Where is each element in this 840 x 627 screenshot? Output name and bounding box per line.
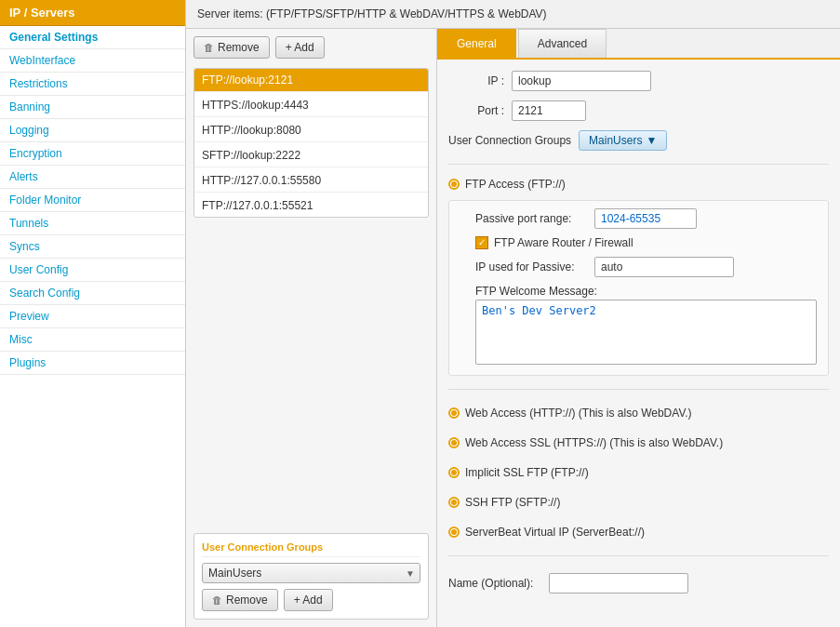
name-optional-input[interactable] [549,573,688,594]
sidebar-item-restrictions[interactable]: Restrictions [0,73,185,96]
checkbox-check-icon: ✓ [478,238,486,247]
ucg-badge-button[interactable]: MainUsers ▼ [579,130,667,151]
ip-passive-row: IP used for Passive: [460,257,817,277]
divider-1 [448,164,829,165]
ftp-section: Passive port range: ✓ FTP Aware Router /… [448,200,829,376]
implicit-ssl-section: Implicit SSL FTP (FTP://) [448,462,829,483]
serverbeat-label: ServerBeat Virtual IP (ServerBeat://) [465,526,645,539]
port-row: Port : [448,100,829,121]
implicit-ssl-radio[interactable] [448,467,460,478]
ucg-remove-label: Remove [226,594,268,607]
port-label: Port : [448,104,504,117]
passive-port-label: Passive port range: [475,212,587,225]
ucg-remove-icon: 🗑 [212,594,222,606]
ftp-access-header: FTP Access (FTP://) [448,178,829,191]
divider-2 [448,389,829,390]
remove-icon: 🗑 [204,42,214,53]
server-list-item-5[interactable]: FTP://127.0.0.1:55521 [194,194,428,217]
add-server-button[interactable]: + Add [275,36,325,59]
serverbeat-radio[interactable] [448,527,460,538]
sidebar-header: IP / Servers [0,0,185,26]
ftp-welcome-textarea[interactable] [475,300,817,365]
web-access-label: Web Access (HTTP://) (This is also WebDA… [465,407,692,420]
sidebar-item-user-config[interactable]: User Config [0,259,185,282]
web-access-ssl-radio[interactable] [448,437,460,448]
general-tab-content: IP : Port : User Connection Groups Mai [437,60,840,608]
tabs-header: General Advanced [437,29,840,60]
sidebar-item-webinterface[interactable]: WebInterface [0,49,185,73]
server-list-item-1[interactable]: HTTPS://lookup:4443 [194,94,428,117]
name-optional-label: Name (Optional): [448,577,541,590]
user-connection-groups-section: User Connection Groups MainUsers ▼ 🗑 Re [193,533,429,620]
server-list: FTP://lookup:2121 HTTPS://lookup:4443 HT… [193,68,429,218]
ucg-badge-value: MainUsers [589,134,642,147]
sidebar-item-misc[interactable]: Misc [0,328,185,352]
sidebar-item-banning[interactable]: Banning [0,96,185,119]
server-list-item-2[interactable]: HTTP://lookup:8080 [194,119,428,142]
sidebar-item-tunnels[interactable]: Tunnels [0,212,185,235]
ucg-select-row: MainUsers ▼ [202,563,420,583]
name-optional-row: Name (Optional): [448,569,829,597]
app-container: IP / Servers General Settings WebInterfa… [0,0,840,627]
tab-general[interactable]: General [437,29,516,58]
ucg-add-button[interactable]: + Add [284,589,333,611]
passive-port-row: Passive port range: [460,208,817,229]
ftp-aware-checkbox[interactable]: ✓ [475,236,488,249]
ip-input[interactable] [512,71,651,91]
server-list-item-3[interactable]: SFTP://lookup:2222 [194,144,428,167]
sidebar-item-logging[interactable]: Logging [0,119,185,142]
ip-label: IP : [448,74,504,87]
web-access-ssl-section: Web Access SSL (HTTPS://) (This is also … [448,433,829,453]
sidebar-item-alerts[interactable]: Alerts [0,166,185,189]
ucg-form-row: User Connection Groups MainUsers ▼ [448,130,829,151]
web-access-radio[interactable] [448,407,460,419]
port-input[interactable] [512,100,586,121]
main-body: 🗑 Remove + Add FTP://lookup:2121 HTTPS:/… [186,29,840,627]
sidebar: IP / Servers General Settings WebInterfa… [0,0,186,627]
add-label: + Add [286,41,314,54]
ucg-add-label: + Add [294,594,323,607]
ssh-ftp-radio[interactable] [448,497,460,508]
ucg-remove-button[interactable]: 🗑 Remove [202,589,278,611]
sidebar-item-plugins[interactable]: Plugins [0,352,185,375]
main-header: Server items: (FTP/FTPS/SFTP/HTTP & WebD… [186,0,840,29]
ftp-access-radio[interactable] [448,179,460,190]
server-list-item-0[interactable]: FTP://lookup:2121 [194,69,428,92]
sidebar-item-folder-monitor[interactable]: Folder Monitor [0,189,185,212]
ucg-badge: MainUsers ▼ [579,130,667,151]
server-list-item-4[interactable]: HTTP://127.0.0.1:55580 [194,169,428,193]
left-panel: 🗑 Remove + Add FTP://lookup:2121 HTTPS:/… [186,29,437,627]
implicit-ssl-label: Implicit SSL FTP (FTP://) [465,466,589,479]
ucg-form-label: User Connection Groups [448,134,571,147]
ucg-toolbar: 🗑 Remove + Add [202,589,420,611]
ucg-badge-arrow-icon: ▼ [646,134,657,147]
ftp-aware-row: ✓ FTP Aware Router / Firewall [460,236,817,249]
remove-label: Remove [218,41,260,54]
main-content: Server items: (FTP/FTPS/SFTP/HTTP & WebD… [186,0,840,627]
ip-passive-label: IP used for Passive: [475,260,587,273]
web-access-ssl-label: Web Access SSL (HTTPS://) (This is also … [465,436,723,449]
ucg-select-wrapper: MainUsers ▼ [202,563,420,583]
passive-port-input[interactable] [594,208,697,229]
ftp-welcome-label: FTP Welcome Message: [475,285,817,298]
ftp-aware-label: FTP Aware Router / Firewall [494,236,633,249]
divider-3 [448,555,829,556]
ftp-welcome-section: FTP Welcome Message: [460,285,817,367]
sidebar-item-syncs[interactable]: Syncs [0,235,185,259]
server-toolbar: 🗑 Remove + Add [193,36,429,59]
remove-server-button[interactable]: 🗑 Remove [193,36,270,59]
ssh-ftp-section: SSH FTP (SFTP://) [448,492,829,513]
ssh-ftp-label: SSH FTP (SFTP://) [465,496,560,509]
sidebar-item-general-settings[interactable]: General Settings [0,26,185,49]
sidebar-item-encryption[interactable]: Encryption [0,142,185,166]
ftp-access-label: FTP Access (FTP://) [465,178,566,191]
ucg-title: User Connection Groups [202,541,420,557]
sidebar-item-preview[interactable]: Preview [0,305,185,328]
ip-passive-input[interactable] [594,257,734,277]
tab-advanced[interactable]: Advanced [518,29,607,58]
sidebar-item-search-config[interactable]: Search Config [0,282,185,305]
ucg-select[interactable]: MainUsers [202,563,420,583]
serverbeat-section: ServerBeat Virtual IP (ServerBeat://) [448,522,829,542]
web-access-section: Web Access (HTTP://) (This is also WebDA… [448,403,829,423]
right-panel: General Advanced IP : Port : [437,29,840,627]
